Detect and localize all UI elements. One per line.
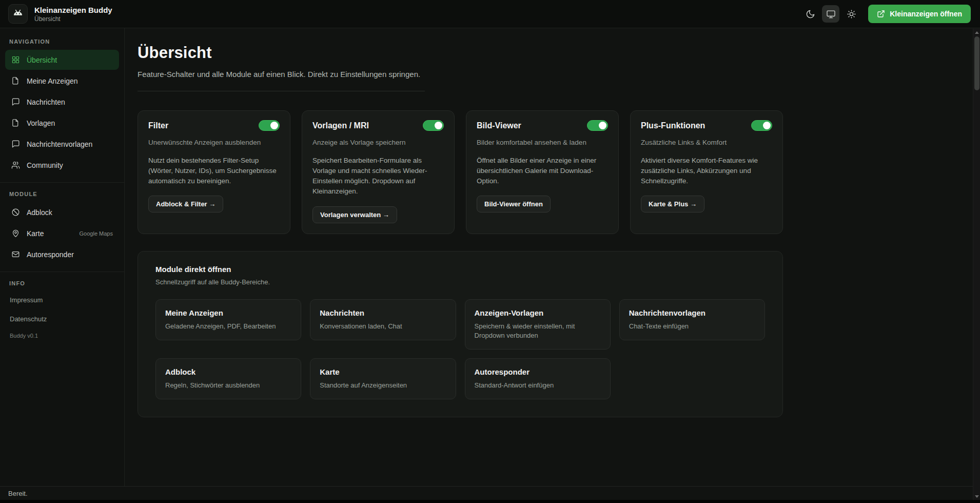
card-description: Aktiviert diverse Komfort-Features wie z… [641,156,772,187]
sidebar-item-label: Nachrichten [27,98,65,106]
card-subtitle: Anzeige als Vorlage speichern [312,138,444,148]
module-quick-open-panel: Module direkt öffnen Schnellzugriff auf … [138,251,783,418]
sun-icon [847,9,856,19]
navigation-section-label: NAVIGATION [0,32,124,49]
panel-title: Module direkt öffnen [155,265,765,274]
tile-subtitle: Standorte auf Anzeigenseiten [320,381,446,390]
toggle-knob [270,122,278,129]
monitor-icon [826,9,836,19]
card-description: Speichert Bearbeiten-Formulare als Vorla… [312,156,444,197]
card-bild-viewer: Bild-Viewer Bilder komfortabel ansehen &… [466,110,619,234]
tile-subtitle: Chat-Texte einfügen [629,322,755,331]
file-icon [11,76,20,85]
main-content: Übersicht Feature-Schalter und alle Modu… [125,28,980,486]
sidebar-item-label: Übersicht [27,56,57,64]
sidebar-item-nachrichten[interactable]: Nachrichten [5,92,119,112]
tile-subtitle: Standard-Antwort einfügen [475,381,601,390]
tile-title: Adblock [165,367,291,376]
theme-system-button[interactable] [822,5,839,23]
card-plus-funktionen: Plus-Funktionen Zusätzliche Links & Komf… [630,110,783,234]
card-description: Nutzt dein bestehendes Filter-Setup (Wör… [148,156,280,187]
karte-plus-button[interactable]: Karte & Plus → [641,196,704,212]
sidebar-item-label: Nachrichtenvorlagen [27,140,92,148]
card-vorlagen-mri: Vorlagen / MRI Anzeige als Vorlage speic… [302,110,455,234]
scrollbar-down-arrow[interactable] [973,493,980,500]
sidebar-item-label: Meine Anzeigen [27,77,78,85]
sidebar-item-adblock[interactable]: Adblock [5,202,119,222]
bild-viewer-oeffnen-button[interactable]: Bild-Viewer öffnen [477,196,551,212]
vorlagen-toggle[interactable] [423,120,444,131]
map-pin-icon [11,229,20,238]
card-title: Vorlagen / MRI [312,121,369,130]
sidebar: NAVIGATION Übersicht Meine An [0,28,125,486]
adblock-filter-button[interactable]: Adblock & Filter → [148,196,223,212]
sidebar-item-autoresponder[interactable]: Autoresponder [5,244,119,264]
tile-meine-anzeigen[interactable]: Meine Anzeigen Geladene Anzeigen, PDF, B… [155,299,301,340]
card-title: Bild-Viewer [477,121,521,130]
plus-funktionen-toggle[interactable] [751,120,772,131]
card-title: Filter [148,121,168,130]
tile-nachrichten[interactable]: Nachrichten Konversationen laden, Chat [310,299,456,340]
tile-anzeigen-vorlagen[interactable]: Anzeigen-Vorlagen Speichern & wieder ein… [465,299,611,350]
tile-karte[interactable]: Karte Standorte auf Anzeigenseiten [310,358,456,399]
sidebar-section-module: MODULE Adblock Karte [0,182,124,265]
app-logo [8,4,28,24]
sidebar-item-vorlagen[interactable]: Vorlagen [5,113,119,133]
sidebar-item-label: Karte [27,229,44,238]
sidebar-item-nachrichtenvorlagen[interactable]: Nachrichtenvorlagen [5,134,119,154]
theme-light-button[interactable] [842,5,860,23]
status-text: Bereit. [8,490,28,497]
tile-subtitle: Geladene Anzeigen, PDF, Bearbeiten [165,322,291,331]
open-button-label: Kleinanzeigen öffnen [890,10,962,18]
tile-title: Autoresponder [475,367,601,376]
scrollbar-up-arrow[interactable] [973,29,980,36]
card-subtitle: Bilder komfortabel ansehen & laden [477,138,608,148]
impressum-link[interactable]: Impressum [0,291,124,309]
app-header: Kleinanzeigen Buddy Übersicht [0,0,980,28]
filter-toggle[interactable] [259,120,280,131]
divider [138,91,425,91]
sidebar-item-karte[interactable]: Karte Google Maps [5,223,119,243]
scrollbar-thumb[interactable] [974,36,979,90]
sidebar-section-info: INFO Impressum Datenschutz Buddy v0.1 [0,272,124,343]
tile-title: Karte [320,367,446,376]
chat-icon [11,98,20,106]
tile-subtitle: Speichern & wieder einstellen, mit Dropd… [475,322,601,340]
sidebar-item-community[interactable]: Community [5,155,119,175]
info-section-label: INFO [0,274,124,291]
mail-icon [11,250,20,259]
ban-icon [11,208,20,217]
card-subtitle: Zusätzliche Links & Komfort [641,138,772,148]
card-title: Plus-Funktionen [641,121,705,130]
karte-provider-label: Google Maps [80,230,113,237]
tile-adblock[interactable]: Adblock Regeln, Stichwörter ausblenden [155,358,301,399]
vorlagen-verwalten-button[interactable]: Vorlagen verwalten → [312,206,397,223]
header-titles: Kleinanzeigen Buddy Übersicht [34,6,112,23]
datenschutz-link[interactable]: Datenschutz [0,309,124,328]
bild-viewer-toggle[interactable] [587,120,608,131]
module-tiles: Meine Anzeigen Geladene Anzeigen, PDF, B… [155,299,765,400]
tile-subtitle: Regeln, Stichwörter ausblenden [165,381,291,390]
tile-autoresponder[interactable]: Autoresponder Standard-Antwort einfügen [465,358,611,399]
card-filter: Filter Unerwünschte Anzeigen ausblenden … [138,110,290,234]
status-bar: Bereit. [0,486,980,500]
theme-dark-button[interactable] [801,5,819,23]
toggle-knob [435,122,442,129]
sidebar-item-label: Community [27,161,63,169]
sidebar-section-navigation: NAVIGATION Übersicht Meine An [0,32,124,176]
card-description: Öffnet alle Bilder einer Anzeige in eine… [477,156,608,187]
sidebar-item-meine-anzeigen[interactable]: Meine Anzeigen [5,71,119,91]
toggle-knob [599,122,606,129]
tile-title: Nachrichtenvorlagen [629,308,755,317]
tile-title: Nachrichten [320,308,446,317]
tile-nachrichtenvorlagen[interactable]: Nachrichtenvorlagen Chat-Texte einfügen [619,299,765,340]
feature-cards: Filter Unerwünschte Anzeigen ausblenden … [138,110,783,234]
sidebar-item-label: Autoresponder [27,250,74,259]
sidebar-item-uebersicht[interactable]: Übersicht [5,50,119,70]
scrollbar[interactable] [973,29,980,500]
chat-icon [11,140,20,148]
app-subtitle: Übersicht [34,15,112,23]
external-link-icon [877,10,885,18]
sidebar-item-label: Vorlagen [27,119,55,127]
open-kleinanzeigen-button[interactable]: Kleinanzeigen öffnen [868,5,971,23]
